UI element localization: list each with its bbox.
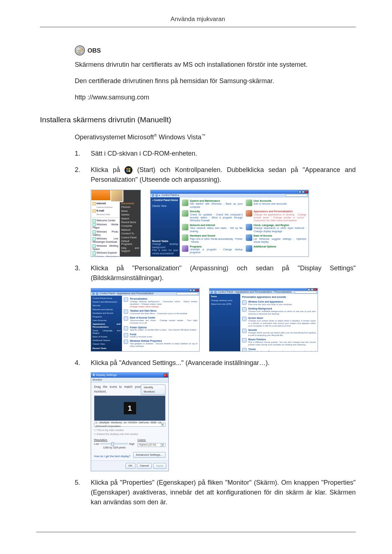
cancel-button[interactable]: Cancel: [137, 463, 152, 469]
screenshot-display-settings: 🖥 Display Settings Monitor Drag the icon…: [91, 372, 169, 471]
step-2-number: 2.: [75, 165, 86, 175]
obs-url: http ://www.samsung.com: [75, 93, 356, 102]
svg-rect-5: [128, 170, 130, 172]
footer-rule: [36, 532, 356, 532]
step-5-number: 5.: [75, 478, 86, 488]
step-2-text: Klicka på (Start) och Kontrollpanelen. D…: [91, 165, 356, 257]
apply-button[interactable]: Apply: [153, 463, 166, 469]
screenshot-control-panel: ▸ Control Panel ▸ • Control Panel Home C…: [150, 190, 309, 257]
step-3-text: Klicka på "Personalization" (Anpassning)…: [91, 263, 356, 352]
globe-pencil-icon: [75, 45, 85, 56]
section-title: Installera skärmens drivrutin (Manuellt): [40, 114, 356, 126]
svg-rect-3: [128, 168, 130, 170]
step-1-number: 1.: [75, 149, 86, 159]
page-header-title: Använda mjukvaran: [40, 15, 356, 27]
identify-monitors-button[interactable]: Identify Monitors: [141, 385, 166, 395]
svg-rect-2: [126, 168, 128, 170]
step-3-number: 3.: [75, 263, 86, 273]
obs-text-1: Skärmens drivrutin har certifierats av M…: [75, 60, 356, 70]
windows-start-icon: [124, 166, 132, 174]
obs-text-2: Den certifierade drivrutinen finns på he…: [75, 76, 356, 86]
obs-label: OBS: [87, 46, 101, 56]
step-4-text: Klicka på "Advanced Settings..." (Avance…: [91, 358, 356, 471]
screenshot-personalization: Control Panel › Appearance and Personali…: [209, 288, 318, 352]
step-4-number: 4.: [75, 358, 86, 368]
advanced-settings-button[interactable]: Advanced Settings...: [133, 452, 166, 458]
screenshot-start-menu: Internet Internet Explorer E-mail Window…: [91, 190, 141, 257]
help-link[interactable]: How do I get the best display?: [94, 454, 130, 458]
os-line: Operativsystemet Microsoft® Windows Vist…: [75, 132, 356, 142]
ok-button[interactable]: OK: [126, 463, 136, 469]
screenshot-appearance: Control Panel › Appearance and Personali…: [91, 288, 200, 352]
svg-rect-4: [126, 170, 128, 172]
step-5-text: Klicka på "Properties" (Egenskaper) på f…: [91, 478, 356, 507]
step-1-text: Sätt i CD-skivan i CD-ROM-enheten.: [91, 149, 356, 159]
